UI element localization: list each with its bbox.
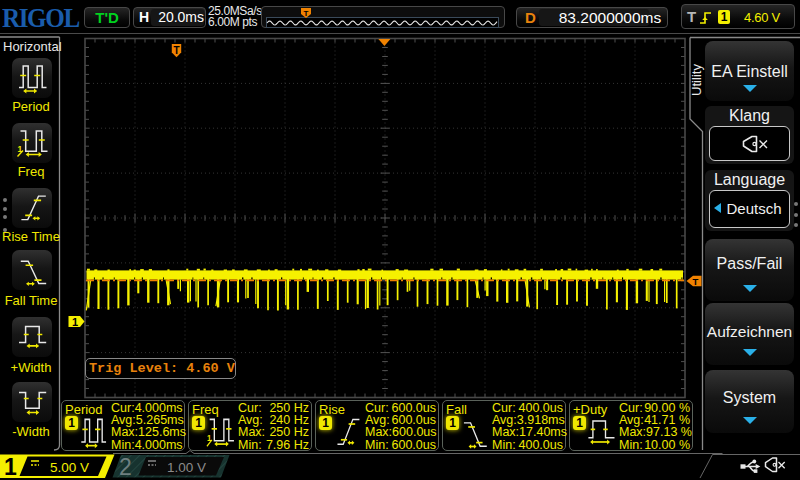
svg-text:Utility: Utility	[689, 64, 704, 96]
svg-text:T: T	[173, 45, 179, 56]
svg-text:1: 1	[72, 316, 78, 328]
svg-text:T: T	[693, 276, 699, 287]
